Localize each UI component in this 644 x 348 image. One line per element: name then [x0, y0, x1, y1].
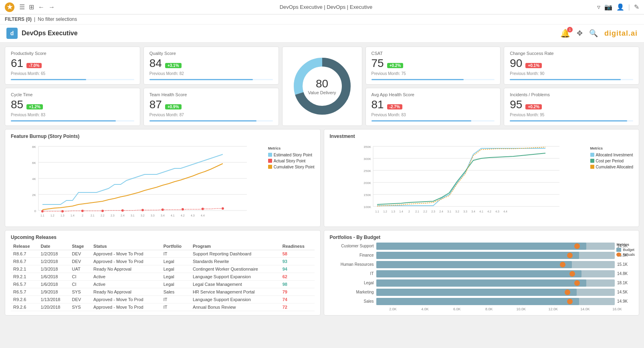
bar-value: 14.9K: [617, 299, 633, 303]
table-row: R9.2.1 1/6/2018 CI Active Legal Language…: [11, 273, 315, 280]
burnup-legend-estimated: Estimated Story Point: [268, 153, 315, 157]
cell-status: Approved - Move To Prod: [91, 295, 161, 303]
expand-icon[interactable]: ✥: [577, 29, 583, 38]
donut-card: 80 Value Delivery: [282, 47, 362, 126]
grid-icon[interactable]: ⊞: [29, 3, 34, 11]
cell-status: Ready No Approval: [91, 265, 161, 273]
bar-chart-container: Customer Support14.9KFinance15.5KHuman R…: [330, 243, 634, 305]
filter-icon[interactable]: ▿: [597, 3, 600, 11]
bar-dot: [569, 271, 575, 277]
cell-readiness: 74: [280, 295, 315, 303]
table-row: R8.6.7 1/2/2018 DEV Approved - Move To P…: [11, 257, 315, 265]
x-label-12k: 12.0K: [537, 307, 569, 311]
cell-readiness: 72: [280, 303, 315, 311]
bar-dot: [567, 253, 573, 258]
bar-label: Marketing: [330, 290, 374, 294]
svg-point-22: [202, 208, 204, 210]
bar-dot: [560, 262, 565, 267]
svg-point-20: [162, 208, 164, 211]
investment-title: Investment: [330, 134, 634, 139]
bar-fill: [376, 261, 572, 268]
portfolios-legend: Metrics Budget Actuals: [616, 243, 635, 257]
bar-fill: [376, 243, 586, 250]
kpi-change-success-value: 90: [510, 57, 522, 70]
cost-label: Cost per Period: [596, 159, 624, 163]
cell-stage: DEV: [69, 295, 91, 303]
svg-text:150K: 150K: [363, 193, 371, 197]
share-icon[interactable]: 📷: [604, 3, 612, 11]
kpi-change-success-prev: Previous Month: 90: [510, 71, 633, 76]
svg-text:3.1: 3.1: [447, 210, 451, 213]
bar-track: [376, 270, 615, 277]
kpi-avg-health: Avg App Health Score 81 -2.7% Previous M…: [365, 88, 501, 126]
back-icon[interactable]: ←: [38, 4, 44, 11]
cell-stage: CI: [69, 280, 91, 288]
cell-date: 1/20/2018: [38, 303, 70, 311]
svg-text:2.3: 2.3: [431, 210, 435, 213]
filter-count: FILTERS (0): [5, 16, 32, 22]
svg-text:300K: 300K: [363, 157, 371, 161]
cell-stage: DEV: [69, 250, 91, 257]
bar-fill: [376, 279, 586, 287]
cell-program: Support Reporting Dashboard: [190, 250, 280, 257]
table-row: R6.5.7 1/9/2018 SYS Ready No Approval Sa…: [11, 288, 315, 295]
bar-row: IT14.8K: [330, 270, 634, 277]
kpi-incidents-value: 95: [510, 99, 522, 111]
search-icon[interactable]: 🔍: [589, 29, 598, 38]
user-icon[interactable]: 👤: [616, 3, 624, 11]
x-axis-labels: 2.0K 4.0K 6.0K 8.0K 10.0K 12.0K 14.0K 16…: [377, 307, 634, 311]
table-row: R9.2.6 1/13/2018 DEV Approved - Move To …: [11, 295, 315, 303]
cell-date: 1/2/2018: [38, 250, 70, 257]
kpi-change-success-title: Change Success Rate: [510, 51, 633, 56]
menu-icon[interactable]: ☰: [19, 3, 25, 11]
cell-portfolio: Sales: [161, 288, 190, 295]
table-header-row: Release Date Stage Status Portfolio Prog…: [11, 243, 315, 250]
x-label-2k: 2.0K: [377, 307, 409, 311]
filter-separator: |: [34, 16, 35, 22]
svg-text:2.2: 2.2: [423, 210, 427, 213]
col-program: Program: [190, 243, 280, 250]
actuals-dot: [616, 253, 621, 257]
brand-logo: digital.ai: [604, 29, 638, 38]
cell-program: Annual Bonus Review: [190, 303, 280, 311]
cell-stage: UAT: [69, 265, 91, 273]
bar-track: [376, 279, 615, 287]
svg-text:3.4: 3.4: [471, 210, 475, 213]
kpi-avg-health-title: Avg App Health Score: [371, 92, 495, 97]
cell-status: Approved - Move To Prod: [91, 250, 161, 257]
app-logo[interactable]: ★: [5, 2, 14, 12]
actual-label: Actual Story Point: [274, 159, 305, 163]
bar-track: [376, 243, 615, 250]
svg-text:1.2: 1.2: [50, 214, 55, 217]
edit-icon[interactable]: ✎: [634, 3, 639, 11]
cell-stage: SYS: [69, 303, 91, 311]
table-row: R8.6.7 1/2/2018 DEV Approved - Move To P…: [11, 250, 315, 257]
dashboard-icon: d: [6, 28, 18, 39]
feature-burnup-svg: 8K 6K 4K 2K 0: [11, 142, 266, 223]
svg-text:4.1: 4.1: [479, 210, 483, 213]
kpi-incidents: Incidents / Problems 95 +0.2% Previous M…: [504, 88, 639, 126]
kpi-quality-badge: +3.1%: [165, 63, 182, 68]
kpi-csat-title: CSAT: [371, 51, 495, 56]
svg-text:4.3: 4.3: [191, 214, 195, 217]
cumulative-inv-label: Cumulative Allocated: [596, 165, 633, 169]
svg-text:2K: 2K: [32, 193, 36, 197]
kpi-change-success-badge: +0.1%: [525, 63, 542, 68]
kpi-incidents-badge: +0.2%: [525, 104, 542, 109]
forward-icon[interactable]: →: [48, 4, 55, 11]
charts-row: Feature Burnup (Story Points) 8K 6K 4K 2…: [5, 129, 639, 227]
dashboard-header-right: 🔔 1 ✥ 🔍 digital.ai: [560, 28, 638, 38]
bar-label: Human Resources: [330, 262, 374, 267]
bar-fill: [376, 252, 579, 259]
estimated-label: Estimated Story Point: [274, 153, 312, 157]
svg-text:3.3: 3.3: [151, 214, 155, 217]
kpi-quality: Quality Score 84 +3.1% Previous Month: 8…: [143, 47, 279, 85]
investment-legend: Metrics Allocated Investment Cost per Pe…: [590, 146, 633, 223]
col-readiness: Readiness: [280, 243, 315, 250]
cell-status: Approved - Move To Prod: [91, 257, 161, 265]
budget-label: Budget: [623, 248, 634, 252]
filter-bar: FILTERS (0) | No filter selections: [0, 14, 644, 24]
svg-text:100K: 100K: [363, 205, 371, 209]
svg-text:1.1: 1.1: [40, 214, 44, 217]
cell-portfolio: Legal: [161, 265, 190, 273]
